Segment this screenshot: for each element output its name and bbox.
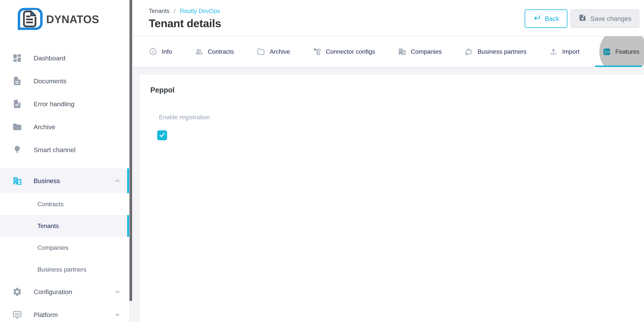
- tab-info[interactable]: Info: [149, 36, 172, 67]
- connector-tree-icon: [313, 47, 321, 56]
- breadcrumb: Tenants / Routty DevOps: [149, 8, 525, 15]
- document-icon: [12, 76, 22, 86]
- tab-label: Info: [162, 48, 172, 55]
- sidebar-scrollbar[interactable]: [130, 0, 132, 322]
- save-changes-button[interactable]: Save changes: [570, 9, 640, 28]
- tab-label: Import: [562, 48, 580, 55]
- page-header: Tenants / Routty DevOps Tenant details B…: [134, 0, 644, 36]
- tab-business-partners[interactable]: Business partners: [464, 36, 526, 67]
- tab-import[interactable]: Import: [549, 36, 580, 67]
- breadcrumb-separator: /: [174, 8, 176, 14]
- sidebar-item-documents[interactable]: Documents: [0, 70, 129, 93]
- sidebar-subitem-tenants[interactable]: Tenants: [0, 215, 129, 237]
- app-window: DYNATOS Dashboard: [0, 0, 644, 322]
- tab-label: Companies: [411, 48, 442, 55]
- tenant-details-tabs: Info Contracts: [134, 36, 644, 67]
- sidebar-item-dashboard[interactable]: Dashboard: [0, 47, 129, 70]
- header-actions: Back Save changes: [525, 9, 640, 28]
- folder-outline-icon: [257, 47, 265, 56]
- back-button[interactable]: Back: [525, 9, 568, 28]
- section-title: Peppol: [150, 86, 632, 94]
- sidebar-nav: Dashboard Documents: [0, 47, 134, 322]
- tab-companies[interactable]: Companies: [398, 36, 442, 67]
- breadcrumb-current-link[interactable]: Routty DevOps: [180, 8, 220, 14]
- tab-label: Features: [615, 48, 640, 55]
- sidebar-group-business: Business Contracts Tenants Companies: [0, 168, 134, 280]
- back-button-label: Back: [545, 15, 559, 22]
- tab-contracts[interactable]: Contracts: [195, 36, 234, 67]
- sidebar-item-business[interactable]: Business: [0, 168, 129, 193]
- info-circle-icon: [149, 47, 157, 56]
- sidebar-item-archive[interactable]: Archive: [0, 115, 129, 138]
- tab-label: Business partners: [478, 48, 526, 55]
- save-button-label: Save changes: [590, 15, 632, 22]
- upload-icon: [549, 47, 558, 56]
- checkmark-icon: [158, 131, 166, 140]
- sidebar-subitem-label: Contracts: [38, 201, 64, 208]
- chevron-up-icon: [114, 178, 121, 184]
- sidebar-item-label: Documents: [34, 77, 121, 85]
- sidebar-item-label: Dashboard: [34, 55, 121, 62]
- sidebar-item-smart-channel[interactable]: Smart channel: [0, 138, 129, 161]
- tab-archive[interactable]: Archive: [257, 36, 290, 67]
- people-icon: [195, 47, 203, 56]
- main-area: Tenants / Routty DevOps Tenant details B…: [134, 0, 644, 322]
- sidebar-item-label: Configuration: [34, 288, 114, 296]
- sidebar-item-label: Platform: [34, 311, 114, 318]
- lightbulb-icon: [12, 145, 22, 155]
- building-icon: [12, 176, 22, 186]
- sidebar-subitem-label: Companies: [38, 244, 68, 251]
- tab-connector-configs[interactable]: Connector configs: [313, 36, 375, 67]
- enable-registration-checkbox[interactable]: [157, 130, 167, 140]
- breadcrumb-tenants-link[interactable]: Tenants: [149, 8, 170, 14]
- sidebar-subitem-label: Tenants: [38, 222, 59, 229]
- gear-icon: [12, 287, 22, 297]
- tab-label: Archive: [270, 48, 290, 55]
- dashboard-grid-icon: [12, 53, 22, 63]
- sidebar-item-error-handling[interactable]: Error handling: [0, 93, 129, 115]
- sidebar: DYNATOS Dashboard: [0, 0, 134, 322]
- sidebar-scrollbar-thumb[interactable]: [130, 0, 132, 301]
- sidebar-item-label: Smart channel: [34, 146, 121, 154]
- folder-icon: [12, 122, 22, 132]
- sidebar-item-label: Error handling: [34, 100, 121, 108]
- features-panel: Peppol Enable registration: [140, 75, 644, 322]
- tab-features[interactable]: Features: [602, 36, 640, 67]
- tab-label: Connector configs: [326, 48, 375, 55]
- return-arrow-icon: [533, 14, 541, 23]
- sidebar-subitem-label: Business partners: [38, 266, 86, 273]
- enable-registration-label: Enable registration: [159, 114, 632, 121]
- dynatos-logo-icon: [18, 8, 43, 31]
- chevron-down-icon: [114, 288, 121, 295]
- sidebar-item-configuration[interactable]: Configuration: [0, 280, 129, 303]
- floppy-disk-icon: [578, 14, 586, 23]
- sidebar-item-label: Archive: [34, 123, 121, 131]
- company-building-icon: [398, 47, 406, 56]
- document-check-icon: [12, 99, 22, 109]
- features-checklist-icon: [602, 47, 611, 56]
- sidebar-subitem-contracts[interactable]: Contracts: [0, 193, 129, 215]
- platform-console-icon: [12, 310, 22, 320]
- sidebar-subitem-business-partners[interactable]: Business partners: [0, 258, 129, 280]
- chevron-down-icon: [114, 311, 121, 318]
- tab-label: Contracts: [208, 48, 234, 55]
- brand-name: DYNATOS: [46, 13, 99, 26]
- sidebar-item-platform[interactable]: Platform: [0, 303, 129, 322]
- tab-panel-background: Peppol Enable registration: [134, 67, 644, 322]
- app-logo[interactable]: DYNATOS: [0, 0, 134, 31]
- briefcase-icon: [464, 47, 473, 56]
- sidebar-subitem-companies[interactable]: Companies: [0, 237, 129, 258]
- sidebar-item-label: Business: [34, 177, 114, 185]
- page-title: Tenant details: [149, 17, 525, 30]
